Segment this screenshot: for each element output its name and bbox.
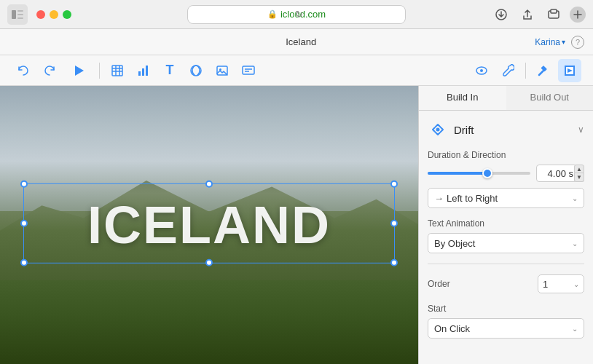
wrench-button[interactable] — [496, 59, 519, 82]
maximize-window-button[interactable] — [63, 10, 71, 19]
duration-slider-thumb[interactable] — [482, 168, 492, 178]
browser-actions — [491, 4, 586, 25]
duration-decrement-button[interactable]: ▼ — [574, 173, 584, 182]
media-button[interactable] — [211, 59, 234, 82]
chart-button[interactable] — [132, 59, 155, 82]
user-chevron-icon: ▾ — [562, 38, 565, 46]
start-label: Start — [428, 304, 584, 314]
text-animation-dropdown[interactable]: By Object ⌄ — [428, 233, 584, 253]
browser-chrome: 🔒 icloud.com ↻ — [0, 0, 593, 29]
toolbar: T — [0, 55, 593, 86]
duration-section-label: Duration & Direction — [428, 150, 584, 160]
svg-point-23 — [480, 69, 483, 72]
duration-stepper: ▲ ▼ — [574, 165, 584, 182]
start-value: On Click — [434, 323, 470, 334]
app-header: Iceland Karina ▾ ? — [0, 29, 593, 55]
order-value: 1 — [543, 279, 548, 290]
undo-button[interactable] — [12, 59, 35, 82]
toolbar-divider-1 — [99, 63, 100, 79]
new-tab-button[interactable] — [570, 7, 586, 23]
svg-rect-14 — [142, 68, 144, 76]
right-panel: Build In Build Out Drift — [418, 86, 593, 364]
svg-rect-3 — [17, 17, 23, 19]
toolbar-divider-2 — [525, 63, 526, 79]
duration-input[interactable]: 4.00 s — [536, 165, 577, 182]
eye-button[interactable] — [470, 59, 493, 82]
hammer-button[interactable] — [532, 59, 555, 82]
canvas-ground — [0, 266, 418, 364]
refresh-icon[interactable]: ↻ — [295, 9, 303, 20]
animate-button[interactable] — [558, 59, 581, 82]
order-label: Order — [428, 279, 538, 289]
help-button[interactable]: ? — [571, 36, 584, 49]
svg-rect-0 — [12, 10, 16, 19]
duration-slider-track[interactable] — [428, 172, 530, 175]
shape-button[interactable] — [184, 59, 208, 82]
text-animation-section-label: Text Animation — [428, 218, 584, 229]
text-animation-value: By Object — [434, 238, 475, 249]
direction-dropdown-arrow-icon: ⌄ — [572, 194, 578, 202]
duration-slider-container[interactable] — [428, 168, 530, 178]
canvas-sky — [0, 86, 418, 211]
section-divider — [428, 264, 584, 264]
play-button[interactable] — [67, 59, 90, 82]
order-dropdown-arrow-icon: ⌄ — [573, 280, 579, 288]
comment-button[interactable] — [237, 59, 260, 82]
user-menu[interactable]: Karina ▾ ? — [535, 36, 584, 49]
svg-marker-7 — [75, 66, 84, 76]
help-icon: ? — [576, 38, 580, 47]
url-bar[interactable]: 🔒 icloud.com ↻ — [187, 5, 406, 24]
duration-slider-fill — [428, 172, 484, 175]
start-dropdown-arrow-icon: ⌄ — [572, 325, 578, 333]
order-dropdown[interactable]: 1 ⌄ — [538, 274, 584, 293]
redo-button[interactable] — [38, 59, 61, 82]
panel-content: Drift ∨ Duration & Direction 4.00 s ▲ ▼ — [419, 111, 593, 364]
drift-header: Drift ∨ — [428, 119, 584, 140]
direction-value: → Left to Right — [434, 193, 498, 204]
document-title: Iceland — [67, 36, 535, 47]
svg-rect-1 — [17, 10, 23, 12]
canvas-area[interactable]: ICELAND — [0, 86, 418, 364]
iceland-text[interactable]: ICELAND — [87, 195, 331, 255]
text-animation-dropdown-arrow-icon: ⌄ — [572, 240, 578, 248]
svg-point-28 — [436, 128, 440, 132]
text-button[interactable]: T — [158, 59, 181, 82]
svg-rect-8 — [112, 66, 122, 76]
direction-dropdown[interactable]: → Left to Right ⌄ — [428, 188, 584, 208]
duration-increment-button[interactable]: ▲ — [574, 165, 584, 173]
panel-tabs: Build In Build Out — [419, 86, 593, 111]
svg-rect-24 — [541, 66, 546, 71]
svg-rect-2 — [17, 14, 23, 15]
main-area: ICELAND Build In Build Out — [0, 86, 593, 364]
tabs-button[interactable] — [543, 4, 564, 25]
sidebar-toggle-button[interactable] — [7, 4, 28, 25]
svg-rect-19 — [243, 66, 254, 74]
user-name: Karina — [535, 37, 560, 47]
table-button[interactable] — [106, 59, 129, 82]
text-icon: T — [166, 63, 174, 78]
start-dropdown[interactable]: On Click ⌄ — [428, 318, 584, 339]
tab-build-in[interactable]: Build In — [419, 86, 506, 110]
share-button[interactable] — [517, 4, 538, 25]
duration-row: 4.00 s ▲ ▼ — [428, 165, 584, 182]
svg-rect-6 — [551, 9, 557, 13]
svg-rect-15 — [146, 66, 148, 76]
svg-rect-13 — [138, 71, 141, 76]
duration-input-group: 4.00 s ▲ ▼ — [536, 165, 584, 182]
minimize-window-button[interactable] — [50, 10, 58, 19]
order-row: Order 1 ⌄ — [428, 274, 584, 293]
download-button[interactable] — [491, 4, 511, 25]
direction-arrow-icon: → — [434, 193, 444, 204]
drift-icon — [428, 119, 448, 140]
canvas-background: ICELAND — [0, 86, 418, 364]
tab-build-out[interactable]: Build Out — [506, 86, 594, 110]
drift-expand-icon[interactable]: ∨ — [578, 124, 584, 135]
close-window-button[interactable] — [36, 10, 45, 19]
animation-name: Drift — [454, 124, 572, 136]
lock-icon: 🔒 — [267, 9, 278, 19]
